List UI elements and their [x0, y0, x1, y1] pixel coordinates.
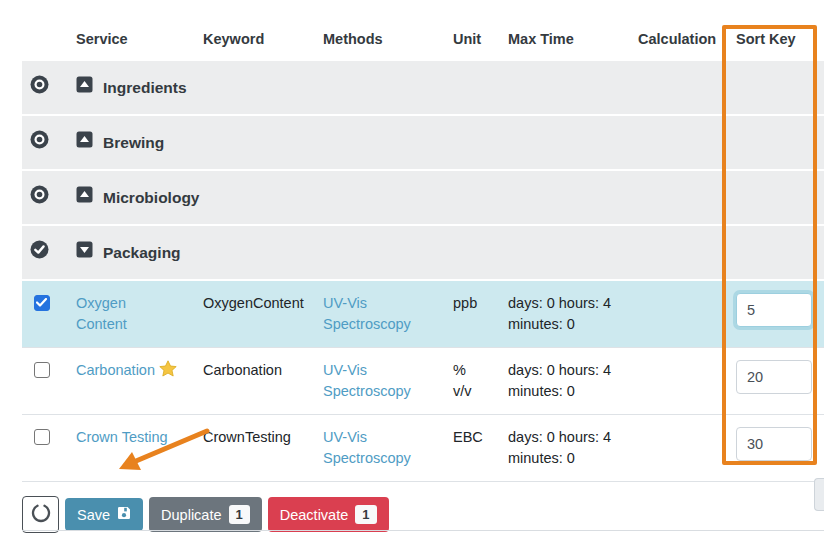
- circle-notch-icon: [31, 503, 51, 526]
- row-select-cell: [22, 348, 68, 415]
- calculation-cell: [630, 280, 722, 348]
- action-toolbar: Save Duplicate 1 Deactivate 1: [22, 496, 824, 533]
- deactivate-count-badge: 1: [355, 505, 376, 524]
- group-select-cell[interactable]: [22, 115, 68, 170]
- column-header-unit: Unit: [445, 25, 500, 60]
- group-select-cell[interactable]: [22, 225, 68, 280]
- row-checkbox-unchecked[interactable]: [34, 362, 50, 378]
- group-label-cell[interactable]: Ingredients: [68, 60, 824, 115]
- sort-key-input[interactable]: [736, 360, 812, 394]
- refresh-spinner-button[interactable]: [22, 496, 59, 533]
- row-select-cell: [22, 415, 68, 482]
- column-header-service: Service: [68, 25, 195, 60]
- sort-key-cell: [722, 415, 824, 482]
- table-row-crown-testing: Crown Testing CrownTesting UV-Vis Spectr…: [22, 415, 824, 482]
- check-circle-icon[interactable]: [30, 240, 49, 265]
- row-select-cell: [22, 280, 68, 348]
- table-row-oxygen-content: Oxygen Content OxygenContent UV-Vis Spec…: [22, 280, 824, 348]
- bottom-divider: [22, 530, 824, 531]
- deactivate-button[interactable]: Deactivate 1: [268, 497, 389, 532]
- calculation-cell: [630, 348, 722, 415]
- duplicate-count-badge: 1: [229, 505, 250, 524]
- method-link[interactable]: UV-Vis Spectroscopy: [323, 295, 411, 332]
- keyword-cell: CrownTesting: [195, 415, 315, 482]
- methods-cell: UV-Vis Spectroscopy: [315, 348, 445, 415]
- service-link[interactable]: Crown Testing: [76, 429, 168, 445]
- services-table: Service Keyword Methods Unit Max Time Ca…: [22, 25, 824, 482]
- group-label-cell[interactable]: Microbiology: [68, 170, 824, 225]
- method-link[interactable]: UV-Vis Spectroscopy: [323, 429, 411, 466]
- group-row-brewing[interactable]: Brewing: [22, 115, 824, 170]
- max-time-cell: days: 0 hours: 4 minutes: 0: [500, 280, 630, 348]
- group-label: Ingredients: [103, 79, 187, 96]
- sort-key-cell: [722, 348, 824, 415]
- group-row-packaging[interactable]: Packaging: [22, 225, 824, 280]
- services-listing-page: Service Keyword Methods Unit Max Time Ca…: [0, 0, 824, 533]
- group-label-cell[interactable]: Packaging: [68, 225, 824, 280]
- service-link[interactable]: Carbonation: [76, 362, 155, 378]
- keyword-cell: OxygenContent: [195, 280, 315, 348]
- service-cell: Crown Testing: [68, 415, 195, 482]
- column-header-max-time: Max Time: [500, 25, 630, 60]
- star-icon: [159, 360, 177, 383]
- column-header-sort-key: Sort Key: [722, 25, 824, 60]
- methods-cell: UV-Vis Spectroscopy: [315, 280, 445, 348]
- sort-key-input[interactable]: [736, 293, 812, 327]
- row-checkbox-checked[interactable]: [34, 295, 50, 311]
- caret-square-up-icon[interactable]: [76, 131, 93, 154]
- caret-square-up-icon[interactable]: [76, 186, 93, 209]
- group-select-cell[interactable]: [22, 170, 68, 225]
- group-select-cell[interactable]: [22, 60, 68, 115]
- column-header-calculation: Calculation: [630, 25, 722, 60]
- methods-cell: UV-Vis Spectroscopy: [315, 415, 445, 482]
- group-label-cell[interactable]: Brewing: [68, 115, 824, 170]
- max-time-cell: days: 0 hours: 4 minutes: 0: [500, 415, 630, 482]
- dot-circle-icon[interactable]: [30, 130, 49, 155]
- column-header-keyword: Keyword: [195, 25, 315, 60]
- save-button[interactable]: Save: [65, 498, 143, 531]
- caret-square-down-icon[interactable]: [76, 241, 93, 264]
- calculation-cell: [630, 415, 722, 482]
- duplicate-button[interactable]: Duplicate 1: [149, 497, 262, 532]
- service-cell: Carbonation: [68, 348, 195, 415]
- group-label: Microbiology: [103, 189, 199, 206]
- service-link[interactable]: Oxygen Content: [76, 295, 172, 311]
- table-header: Service Keyword Methods Unit Max Time Ca…: [22, 25, 824, 60]
- group-row-ingredients[interactable]: Ingredients: [22, 60, 824, 115]
- column-header-methods: Methods: [315, 25, 445, 60]
- sort-key-cell: [722, 280, 824, 348]
- dot-circle-icon[interactable]: [30, 185, 49, 210]
- unit-cell: ppb: [445, 280, 500, 348]
- unit-cell: % v/v: [445, 348, 500, 415]
- max-time-cell: days: 0 hours: 4 minutes: 0: [500, 348, 630, 415]
- service-cell: Oxygen Content: [68, 280, 195, 348]
- method-link[interactable]: UV-Vis Spectroscopy: [323, 362, 411, 399]
- row-checkbox-unchecked[interactable]: [34, 429, 50, 445]
- group-row-microbiology[interactable]: Microbiology: [22, 170, 824, 225]
- partial-button[interactable]: [814, 478, 824, 511]
- save-floppy-icon: [117, 506, 131, 523]
- unit-cell: EBC: [445, 415, 500, 482]
- table-row-carbonation: Carbonation Carbonation UV-Vis Spectrosc…: [22, 348, 824, 415]
- group-label: Brewing: [103, 134, 164, 151]
- keyword-cell: Carbonation: [195, 348, 315, 415]
- select-column-header: [22, 25, 68, 60]
- sort-key-input[interactable]: [736, 427, 812, 461]
- group-label: Packaging: [103, 244, 181, 261]
- dot-circle-icon[interactable]: [30, 75, 49, 100]
- caret-square-up-icon[interactable]: [76, 76, 93, 99]
